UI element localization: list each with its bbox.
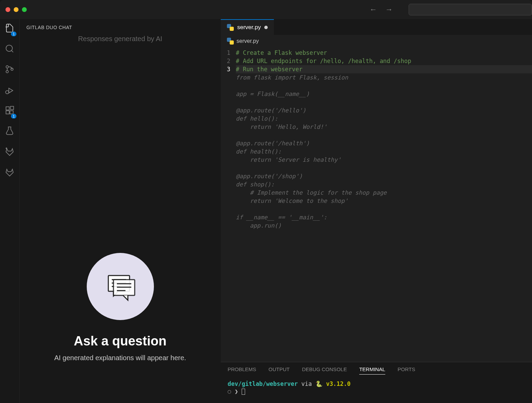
tab-output[interactable]: OUTPUT [268,366,290,375]
line-number-gutter: 123 [221,49,236,361]
svg-point-0 [6,45,13,52]
chat-empty-subtitle: AI generated explanations will appear he… [54,354,186,362]
svg-line-1 [11,50,13,52]
chat-empty-state: Ask a question AI generated explanations… [20,43,221,403]
run-debug-icon[interactable] [5,85,14,96]
explorer-badge: 1 [11,32,16,36]
code-editor[interactable]: 123 # Create a Flask webserver# Add URL … [221,47,532,362]
tab-debug-console[interactable]: DEBUG CONSOLE [302,366,347,375]
extensions-badge: 1 [11,114,16,119]
close-window-button[interactable] [5,7,10,12]
editor-tab-server-py[interactable]: server.py [221,19,274,35]
editor-tabbar: server.py [221,19,532,35]
svg-rect-8 [6,111,9,114]
forward-button[interactable]: → [385,5,393,14]
chat-panel-title: GITLAB DUO CHAT [20,19,221,34]
search-icon[interactable] [5,44,14,55]
testing-icon[interactable] [5,126,14,137]
tab-terminal[interactable]: TERMINAL [359,366,385,375]
tab-ports[interactable]: PORTS [398,366,415,375]
extensions-icon[interactable]: 1 [5,106,14,117]
svg-rect-10 [10,106,13,109]
gitlab-duo-chat-panel: GITLAB DUO CHAT Responses generated by A… [19,19,221,403]
explorer-icon[interactable]: 1 [5,23,14,34]
breadcrumb[interactable]: server.py [221,35,532,47]
command-center-search[interactable] [409,4,532,15]
minimize-window-button[interactable] [14,7,19,12]
terminal-via: via [298,380,315,387]
maximize-window-button[interactable] [22,7,27,12]
terminal-cwd: dev/gitlab/webserver [228,380,298,387]
gitlab-duo-icon[interactable] [5,147,14,158]
svg-point-2 [6,66,9,68]
panel-tabs: PROBLEMS OUTPUT DEBUG CONSOLE TERMINAL P… [221,362,532,375]
gitlab-icon[interactable] [5,167,14,178]
svg-rect-7 [6,107,9,110]
bottom-panel: PROBLEMS OUTPUT DEBUG CONSOLE TERMINAL P… [221,362,532,403]
terminal-python-version: v3.12.0 [326,380,351,387]
svg-marker-5 [9,88,13,93]
tab-problems[interactable]: PROBLEMS [228,366,256,375]
python-file-icon [227,38,234,45]
tab-label: server.py [237,24,261,31]
terminal[interactable]: dev/gitlab/webserver via 🐍 v3.12.0 ○ ❯ [221,375,532,401]
back-button[interactable]: ← [370,5,377,14]
code-content[interactable]: # Create a Flask webserver# Add URL endp… [236,49,532,361]
source-control-icon[interactable] [5,64,14,75]
python-snake-icon: 🐍 [315,380,323,387]
chat-panel-subheader: Responses generated by AI [20,35,221,43]
window-controls [5,7,27,12]
terminal-prompt-circle: ○ [228,388,231,395]
python-file-icon [227,24,234,31]
terminal-prompt-chevron: ❯ [235,388,238,395]
svg-point-6 [5,90,9,94]
titlebar: ← → [0,0,532,19]
activity-bar: 1 1 [0,19,19,403]
terminal-cursor [242,389,245,395]
chat-empty-title: Ask a question [74,334,166,349]
chat-empty-icon [87,253,154,320]
breadcrumb-file: server.py [237,38,259,44]
nav-arrows: ← → [370,5,393,14]
tab-dirty-indicator [264,26,268,29]
editor-group: server.py server.py 123 # Create a Flask… [221,19,532,403]
svg-point-3 [6,71,9,73]
